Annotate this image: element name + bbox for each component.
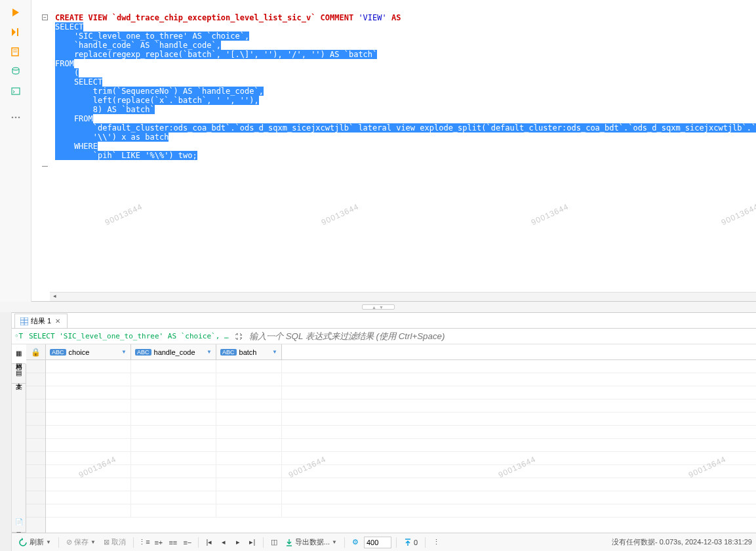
- query-bar: ◦T SELECT 'SIC_level_one_to_three' AS `c…: [12, 329, 756, 344]
- run-step-icon[interactable]: [8, 24, 24, 40]
- svg-marker-1: [12, 28, 16, 36]
- menu-dots-icon[interactable]: [8, 110, 24, 125]
- rows-fetched: 0: [401, 537, 420, 548]
- svg-marker-0: [12, 9, 19, 16]
- expand-icon[interactable]: [233, 331, 244, 342]
- dup-row-icon[interactable]: ≡≡: [167, 539, 179, 546]
- svg-rect-7: [12, 88, 20, 94]
- editor-gutter: −: [31, 0, 50, 292]
- sql-keyword: CREATE VIEW `dwd_trace_chip_exception_le…: [55, 13, 358, 22]
- script-icon[interactable]: [8, 44, 24, 60]
- side-tabs: ▦网格 ▤文本 📄记录: [12, 344, 26, 533]
- side-tab-text[interactable]: ▤文本: [12, 364, 26, 384]
- pane-splitter[interactable]: ▲ ▼: [0, 302, 756, 312]
- horizontal-scrollbar[interactable]: ◂: [50, 292, 756, 301]
- svg-point-9: [14, 117, 16, 119]
- tab-close-icon[interactable]: ✕: [54, 317, 62, 325]
- sql-editor[interactable]: − CREATE VIEW `dwd_trace_chip_exception_…: [31, 0, 756, 302]
- export-button[interactable]: 导出数据...▼: [283, 536, 340, 548]
- dropdown-icon[interactable]: ▼: [272, 349, 277, 355]
- results-grid[interactable]: ABCchoice▼ ABChandle_code▼ ABCbatch▼ 900…: [46, 344, 756, 533]
- results-toolbar: 刷新▼ ⊘保存▼ ⊠取消 ⋮≡ ≡+ ≡≡ ≡− |◂ ◂ ▸ ▸| ◫ 导出数…: [12, 533, 756, 551]
- code-lines: CREATE VIEW `dwd_trace_chip_exception_le…: [55, 4, 751, 160]
- status-text: 没有任何数据- 0.073s, 2024-12-03 18:31:29: [612, 537, 752, 547]
- dropdown-icon[interactable]: ▼: [207, 349, 212, 355]
- results-tab-bar: 结果 1 ✕: [12, 313, 756, 329]
- column-header-batch[interactable]: ABCbatch▼: [216, 344, 282, 359]
- tab-label: 结果 1: [31, 316, 51, 326]
- svg-rect-2: [17, 28, 18, 36]
- run-icon[interactable]: [8, 5, 24, 20]
- fold-end-marker: [42, 166, 48, 167]
- results-panel: 结果 1 ✕ ◦T SELECT 'SIC_level_one_to_three…: [12, 312, 756, 551]
- side-tab-grid[interactable]: ▦网格: [12, 344, 26, 364]
- executed-query: ◦T SELECT 'SIC_level_one_to_three' AS `c…: [14, 332, 231, 340]
- row-count-input[interactable]: [364, 537, 391, 548]
- add-row-icon[interactable]: ≡+: [153, 539, 165, 546]
- save-button[interactable]: ⊘保存▼: [64, 536, 98, 548]
- collapsed-side-panel[interactable]: [0, 312, 12, 551]
- gear-small-icon[interactable]: ⚙: [349, 538, 361, 546]
- row-number-gutter: 🔒: [26, 344, 46, 533]
- db-icon[interactable]: [8, 64, 24, 79]
- edit-icon[interactable]: ⋮≡: [138, 538, 150, 546]
- side-tab-log[interactable]: 📄记录: [12, 513, 26, 533]
- prev-page-icon[interactable]: ◂: [218, 538, 229, 546]
- cancel-button[interactable]: ⊠取消: [101, 536, 129, 548]
- last-page-icon[interactable]: ▸|: [247, 538, 258, 546]
- grid-result-icon: [20, 317, 28, 325]
- column-header-choice[interactable]: ABCchoice▼: [46, 344, 131, 359]
- del-row-icon[interactable]: ≡−: [182, 539, 193, 546]
- scroll-left-icon[interactable]: ◂: [50, 293, 59, 302]
- svg-point-10: [18, 117, 20, 119]
- filter-input[interactable]: [247, 330, 753, 343]
- next-page-icon[interactable]: ▸: [232, 538, 244, 546]
- fold-toggle-icon[interactable]: −: [42, 14, 48, 20]
- grid-header-row: ABCchoice▼ ABChandle_code▼ ABCbatch▼: [46, 344, 756, 360]
- panels-icon[interactable]: ◫: [268, 538, 280, 546]
- grid-body: [46, 360, 756, 518]
- lock-icon: 🔒: [26, 344, 45, 360]
- column-header-handle-code[interactable]: ABChandle_code▼: [131, 344, 216, 359]
- svg-point-6: [12, 68, 19, 70]
- more-dots-icon[interactable]: ⋮: [430, 538, 442, 546]
- console-icon[interactable]: [8, 83, 24, 99]
- svg-point-8: [11, 117, 13, 119]
- refresh-button[interactable]: 刷新▼: [16, 536, 54, 548]
- dropdown-icon[interactable]: ▼: [121, 349, 127, 355]
- tab-results-1[interactable]: 结果 1 ✕: [14, 314, 68, 328]
- first-page-icon[interactable]: |◂: [203, 538, 215, 546]
